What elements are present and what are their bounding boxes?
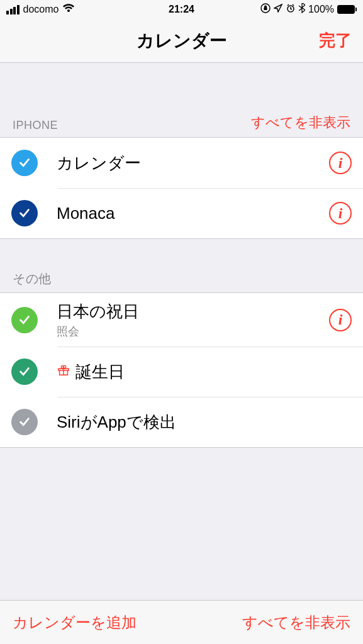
calendar-name: SiriがAppで検出 bbox=[57, 411, 352, 433]
calendar-row[interactable]: SiriがAppで検出 bbox=[0, 397, 363, 447]
calendar-row[interactable]: 誕生日 bbox=[0, 347, 363, 397]
row-text: 日本の祝日 照会 bbox=[57, 301, 329, 339]
nav-bar: カレンダー 完了 bbox=[0, 19, 363, 63]
hide-all-button[interactable]: すべてを非表示 bbox=[242, 613, 350, 633]
calendar-row[interactable]: Monaca i bbox=[0, 188, 363, 238]
check-icon[interactable] bbox=[11, 358, 38, 385]
section-title: IPHONE bbox=[13, 119, 58, 132]
carrier-label: docomo bbox=[23, 4, 59, 15]
calendar-list-other: 日本の祝日 照会 i 誕生日 SiriがAppで検出 bbox=[0, 292, 363, 448]
row-text: Monaca bbox=[57, 204, 329, 223]
info-button[interactable]: i bbox=[329, 152, 352, 174]
battery-icon bbox=[337, 5, 357, 14]
row-text: SiriがAppで検出 bbox=[57, 411, 352, 433]
info-button[interactable]: i bbox=[329, 309, 352, 331]
check-icon[interactable] bbox=[11, 200, 38, 226]
page-title: カレンダー bbox=[137, 29, 227, 53]
alarm-icon bbox=[286, 3, 296, 16]
calendar-row[interactable]: 日本の祝日 照会 i bbox=[0, 293, 363, 347]
status-bar: docomo 21:24 100% bbox=[0, 0, 363, 19]
add-calendar-button[interactable]: カレンダーを追加 bbox=[13, 613, 137, 633]
section-header-other: その他 bbox=[0, 270, 363, 292]
bluetooth-icon bbox=[299, 3, 305, 16]
calendar-sub: 照会 bbox=[57, 324, 329, 339]
calendar-name: カレンダー bbox=[57, 152, 329, 174]
status-left: docomo bbox=[6, 3, 75, 16]
calendar-name: Monaca bbox=[57, 204, 329, 223]
calendar-list-iphone: カレンダー i Monaca i bbox=[0, 137, 363, 239]
calendar-row[interactable]: カレンダー i bbox=[0, 138, 363, 188]
battery-percent: 100% bbox=[308, 4, 334, 15]
calendar-name: 日本の祝日 bbox=[57, 301, 329, 323]
signal-icon bbox=[6, 5, 20, 14]
status-time: 21:24 bbox=[169, 4, 194, 15]
done-button[interactable]: 完了 bbox=[319, 30, 352, 52]
location-icon bbox=[274, 4, 282, 15]
gift-icon bbox=[57, 363, 70, 380]
calendar-name: 誕生日 bbox=[75, 361, 125, 383]
hide-all-iphone-button[interactable]: すべてを非表示 bbox=[251, 113, 350, 132]
row-text: カレンダー bbox=[57, 152, 329, 174]
toolbar: カレンダーを追加 すべてを非表示 bbox=[0, 600, 363, 644]
section-header-iphone: IPHONE すべてを非表示 bbox=[0, 113, 363, 137]
row-text: 誕生日 bbox=[57, 361, 352, 383]
check-icon[interactable] bbox=[11, 409, 38, 435]
info-button[interactable]: i bbox=[329, 202, 352, 225]
wifi-icon bbox=[62, 3, 75, 16]
section-title: その他 bbox=[13, 270, 52, 287]
check-icon[interactable] bbox=[11, 150, 38, 176]
lock-rotation-icon bbox=[260, 3, 271, 16]
status-right: 100% bbox=[260, 3, 357, 16]
check-icon[interactable] bbox=[11, 307, 38, 333]
